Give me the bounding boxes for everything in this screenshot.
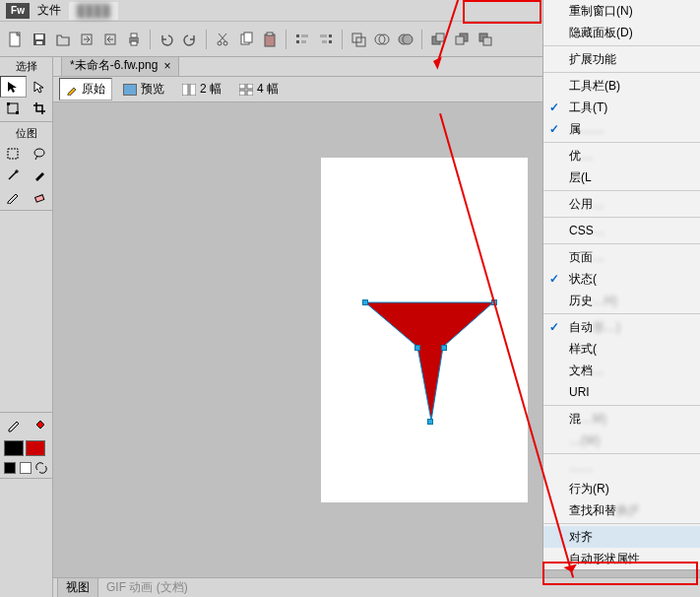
window-menu-item[interactable]: URI [543, 381, 700, 403]
bucket-tool[interactable] [27, 415, 53, 436]
menu-item-tail: … [593, 364, 605, 377]
export-icon[interactable] [98, 28, 122, 51]
subselect-tool[interactable] [27, 76, 53, 98]
window-menu-item[interactable]: 工具栏(B) [543, 75, 700, 97]
window-menu-item[interactable]: 优… [543, 145, 700, 166]
redo-icon[interactable] [178, 28, 202, 51]
crop-tool[interactable] [27, 98, 53, 119]
vector-tool-13[interactable] [0, 381, 27, 403]
svg-rect-42 [190, 84, 196, 96]
cut-icon[interactable] [211, 28, 234, 51]
open-icon[interactable] [51, 28, 75, 51]
handle-b[interactable] [427, 419, 433, 425]
align-left-icon[interactable] [290, 28, 314, 51]
svg-point-39 [34, 149, 44, 157]
vector-tool-5[interactable] [0, 269, 27, 291]
window-menu-item[interactable]: 公用… [543, 193, 700, 215]
handle-mr[interactable] [441, 345, 447, 351]
canvas[interactable] [321, 158, 528, 502]
vector-tool-12[interactable] [27, 354, 53, 375]
window-menu-item[interactable]: ✓属…… [543, 118, 700, 140]
pointer-tool[interactable] [0, 76, 27, 98]
undo-icon[interactable] [155, 28, 178, 51]
import-icon[interactable] [75, 28, 98, 51]
align-icon-2[interactable] [314, 28, 338, 51]
handle-ml[interactable] [414, 345, 420, 351]
vector-tool-7[interactable] [0, 298, 27, 319]
vector-tool-1[interactable] [0, 213, 27, 234]
vector-tool-2[interactable] [27, 213, 53, 234]
pathfinder-icon-1[interactable] [347, 28, 370, 51]
handle-tl[interactable] [362, 299, 368, 305]
arrange-back-icon[interactable] [450, 28, 474, 51]
window-menu-item[interactable]: 查找和替换(F [543, 499, 700, 521]
arrange-front-icon[interactable] [426, 28, 450, 51]
white-swatch[interactable] [20, 462, 32, 474]
window-menu-item[interactable]: 历史…H) [543, 290, 700, 311]
arrange-backward-icon[interactable] [474, 28, 497, 51]
select-section-label: 选择 [0, 57, 52, 76]
window-menu-item[interactable]: 样式( [543, 338, 700, 360]
pathfinder-icon-3[interactable] [394, 28, 417, 51]
pencil-tool[interactable] [0, 186, 27, 208]
view-2up[interactable]: 2 幅 [175, 78, 228, 100]
new-file-icon[interactable] [4, 28, 28, 51]
window-menu-item[interactable]: …(W) [543, 430, 700, 451]
window-menu-item[interactable]: 自动形状属性 [543, 548, 700, 569]
pathfinder-icon-2[interactable] [370, 28, 394, 51]
wand-tool[interactable] [0, 165, 27, 186]
vector-tool-10[interactable] [27, 325, 53, 347]
vector-tool-9[interactable] [0, 325, 27, 347]
scale-tool[interactable] [0, 98, 27, 119]
selected-shape[interactable] [360, 298, 498, 426]
paste-icon[interactable] [258, 28, 282, 51]
window-menu-item[interactable]: 文档… [543, 360, 700, 381]
marquee-tool[interactable] [0, 143, 27, 165]
window-menu-item[interactable]: ✓自动形…) [543, 316, 700, 338]
menu-file[interactable]: 文件 [30, 0, 69, 21]
eyedropper-tool[interactable] [0, 415, 27, 436]
handle-tr[interactable] [491, 299, 497, 305]
window-menu-item[interactable]: …… [543, 456, 700, 478]
window-menu-item[interactable]: 扩展功能 [543, 48, 700, 70]
view-preview[interactable]: 预览 [116, 78, 171, 100]
vector-tool-11[interactable] [0, 354, 27, 375]
fill-color-swatch[interactable] [26, 440, 45, 456]
close-tab-icon[interactable]: × [163, 59, 170, 73]
vector-tool-4[interactable] [27, 241, 53, 263]
window-menu-item[interactable]: 页面… [543, 246, 700, 268]
vector-tool-8[interactable] [27, 298, 53, 319]
lasso-tool[interactable] [27, 143, 53, 165]
vector-tool-6[interactable] [27, 269, 53, 291]
print-icon[interactable] [122, 28, 146, 51]
menu-blurred-1[interactable]: ████ [69, 2, 118, 20]
window-menu-item[interactable]: CSS… [543, 220, 700, 241]
menu-item-label: 优 [569, 148, 581, 165]
brush-tool[interactable] [27, 165, 53, 186]
window-menu-item[interactable]: 行为(R) [543, 478, 700, 499]
menu-item-label: 扩展功能 [569, 51, 616, 68]
view-original[interactable]: 原始 [59, 78, 112, 100]
svg-rect-17 [301, 34, 308, 37]
menu-item-label: URI [569, 385, 590, 399]
menu-item-label: 混 [569, 411, 581, 428]
window-menu-item[interactable]: ✓状态( [543, 268, 700, 290]
vector-tool-3[interactable] [0, 241, 27, 263]
stroke-color-swatch[interactable] [4, 440, 24, 456]
window-menu-item[interactable]: ✓工具(T) [543, 97, 700, 118]
view-4up[interactable]: 4 幅 [232, 78, 286, 100]
black-swatch[interactable] [4, 462, 16, 474]
swap-colors-icon[interactable] [35, 462, 47, 474]
menu-item-label: 自动 [569, 319, 593, 336]
window-menu-item[interactable]: 重制窗口(N) [543, 0, 700, 22]
window-menu-item[interactable]: 隐藏面板(D) [543, 22, 700, 43]
copy-icon[interactable] [234, 28, 258, 51]
save-icon[interactable] [28, 28, 51, 51]
document-tab[interactable]: *未命名-6.fw.png × [61, 57, 179, 76]
vector-tool-14[interactable] [27, 381, 53, 403]
window-menu-item[interactable]: 混…M) [543, 408, 700, 430]
footer-view-label[interactable]: 视图 [57, 577, 98, 597]
window-menu-item[interactable]: 层(L [543, 166, 700, 188]
window-menu-item[interactable]: 对齐 [543, 526, 700, 548]
eraser-tool[interactable] [27, 186, 53, 208]
